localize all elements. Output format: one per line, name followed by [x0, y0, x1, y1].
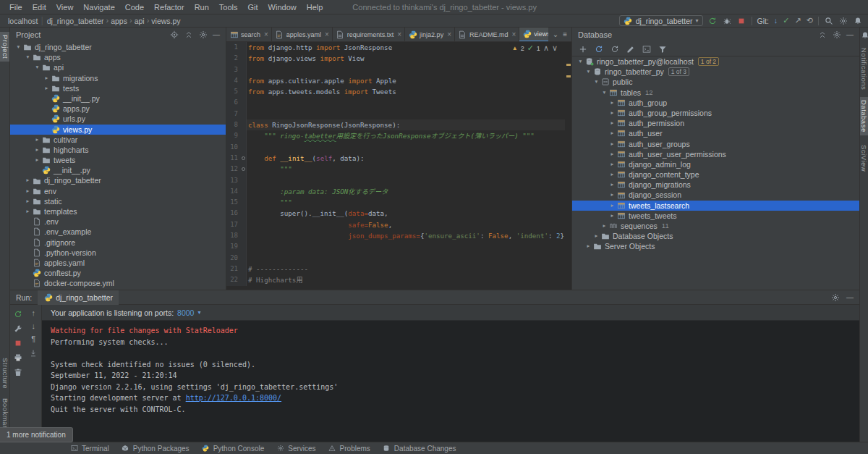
code-line-22[interactable]: 22# Highcharts用: [226, 274, 571, 285]
menu-git[interactable]: Git: [243, 3, 263, 12]
db-item-tweets_lastsearch[interactable]: ▸tweets_lastsearch: [572, 201, 859, 211]
chevron-right-icon[interactable]: ▸: [608, 169, 616, 180]
chevron-down-icon[interactable]: ▾: [592, 77, 600, 87]
statusbar-database-changes[interactable]: Database Changes: [382, 444, 456, 453]
funnel-icon[interactable]: [658, 44, 667, 54]
project-item-.gitignore[interactable]: .gitignore: [10, 237, 226, 248]
bell-icon[interactable]: [860, 30, 868, 40]
project-item-migrations[interactable]: ▸migrations: [10, 73, 226, 83]
port-link[interactable]: 8000: [177, 308, 194, 317]
code-line-13[interactable]: 13: [226, 175, 571, 186]
project-item-dj_ringo_tabetter[interactable]: ▸dj_ringo_tabetter: [10, 175, 226, 185]
code-line-7[interactable]: 7: [226, 109, 571, 119]
run-config-tab[interactable]: dj_ringo_tabetter: [38, 290, 119, 305]
git-push-icon[interactable]: ↗: [795, 17, 801, 25]
stop-icon[interactable]: [13, 338, 22, 348]
search-icon[interactable]: [824, 16, 833, 25]
chevron-down-icon[interactable]: ▾: [24, 52, 32, 62]
code-line-6[interactable]: 6: [226, 97, 571, 108]
git-commit-icon[interactable]: ✓: [783, 17, 789, 25]
chevron-right-icon[interactable]: ▸: [24, 175, 32, 185]
db-item-Database Objects[interactable]: ▸Database Objects: [572, 231, 859, 241]
menu-code[interactable]: Code: [120, 3, 149, 12]
project-item-views.py[interactable]: views.py: [10, 125, 226, 135]
statusbar-python-console[interactable]: Python Console: [201, 444, 265, 453]
menu-edit[interactable]: Edit: [27, 3, 51, 12]
project-item-.env_example[interactable]: .env_example: [10, 227, 226, 237]
db-item-django_admin_log[interactable]: ▸django_admin_log: [572, 159, 859, 169]
db-item-auth_user_user_permissions[interactable]: ▸auth_user_user_permissions: [572, 149, 859, 159]
code-line-10[interactable]: 10: [226, 142, 571, 153]
project-item-env[interactable]: ▸env: [10, 186, 226, 196]
project-item-apps.py[interactable]: apps.py: [10, 104, 226, 114]
scrollend-icon[interactable]: [29, 348, 38, 358]
editor-tab-requirements.txt[interactable]: requirements.txt×: [333, 28, 405, 42]
warning-tick[interactable]: [566, 75, 571, 77]
git-rollback-icon[interactable]: ⟲: [807, 17, 813, 25]
editor-menu-icon[interactable]: ≡: [563, 31, 567, 38]
error-stripe[interactable]: [565, 42, 571, 290]
code-line-9[interactable]: 9 """ ringo-tabetter用設定を行ったJsonResponseオ…: [226, 130, 571, 141]
git-update-icon[interactable]: ↓: [774, 17, 778, 25]
code-line-20[interactable]: 20: [226, 253, 571, 264]
project-item-api[interactable]: ▾api: [10, 62, 226, 72]
chevron-right-icon[interactable]: ▸: [592, 231, 600, 241]
collapse-all-icon[interactable]: [184, 30, 193, 40]
editor-tab-README.md[interactable]: README.md×: [455, 28, 519, 42]
chevron-right-icon[interactable]: ▸: [43, 73, 51, 83]
rerun-icon[interactable]: [708, 16, 718, 25]
chevron-right-icon[interactable]: ▸: [608, 139, 616, 149]
close-tab-icon[interactable]: ×: [325, 30, 329, 38]
run-console[interactable]: Watching for file changes with StatReloa…: [42, 321, 859, 442]
statusbar-python-packages[interactable]: Python Packages: [121, 444, 190, 453]
edit-icon[interactable]: [626, 44, 635, 54]
menu-refactor[interactable]: Refactor: [149, 3, 190, 12]
chevron-down-icon[interactable]: ▾: [197, 310, 200, 316]
chevron-right-icon[interactable]: ▸: [584, 241, 592, 251]
db-item-tables[interactable]: ▾tables12: [572, 88, 859, 98]
chevron-right-icon[interactable]: ▸: [33, 155, 41, 165]
code-line-19[interactable]: 19: [226, 241, 571, 252]
project-item-templates[interactable]: ▸templates: [10, 206, 226, 217]
chevron-right-icon[interactable]: ▸: [608, 180, 616, 190]
project-item-highcharts[interactable]: ▸highcharts: [10, 145, 226, 155]
console-icon[interactable]: [642, 44, 651, 54]
editor-tab-apples.yaml[interactable]: apples.yaml×: [272, 28, 333, 42]
hide-icon[interactable]: —: [846, 294, 854, 301]
run-config-selector[interactable]: dj_ringo_tabetter▾: [619, 15, 703, 26]
hidden-tabs-icon[interactable]: ⌄: [553, 31, 558, 38]
project-item-__init__.py[interactable]: __init__.py: [10, 93, 226, 104]
statusbar-problems[interactable]: Problems: [328, 444, 370, 453]
breadcrumb-views.py[interactable]: views.py: [149, 17, 182, 25]
project-item-tests[interactable]: ▸tests: [10, 83, 226, 93]
chevron-right-icon[interactable]: ▸: [608, 98, 616, 108]
warning-tick[interactable]: [566, 64, 571, 66]
next-problem-icon[interactable]: ∨: [552, 44, 558, 52]
menu-view[interactable]: View: [51, 3, 79, 12]
chevron-down-icon[interactable]: ▾: [584, 67, 592, 77]
db-item-auth_group_permissions[interactable]: ▸auth_group_permissions: [572, 108, 859, 118]
close-tab-icon[interactable]: ×: [512, 30, 516, 38]
menu-tools[interactable]: Tools: [214, 3, 243, 12]
db-item-ringo_tabetter_py[interactable]: ▾ringo_tabetter_py1 of 3: [572, 67, 859, 77]
chevron-right-icon[interactable]: ▸: [608, 149, 616, 159]
chevron-down-icon[interactable]: ▾: [600, 88, 608, 98]
code-line-8[interactable]: 8class RingoJsonResponse(JsonResponse):: [226, 119, 571, 130]
project-item-urls.py[interactable]: urls.py: [10, 114, 226, 124]
settings-icon[interactable]: [830, 293, 840, 302]
chevron-right-icon[interactable]: ▸: [608, 201, 616, 211]
code-line-12[interactable]: 12 """: [226, 164, 571, 175]
chevron-down-icon[interactable]: ▾: [576, 56, 584, 67]
chevron-right-icon[interactable]: ▸: [600, 221, 608, 231]
breadcrumb-api[interactable]: api: [132, 17, 147, 25]
chevron-right-icon[interactable]: ▸: [33, 135, 41, 145]
project-item-tweets[interactable]: ▸tweets: [10, 155, 226, 165]
db-item-Server Objects[interactable]: ▸Server Objects: [572, 241, 859, 251]
db-item-django_content_type[interactable]: ▸django_content_type: [572, 169, 859, 180]
code-line-21[interactable]: 21# -------------: [226, 264, 571, 274]
wrench-icon[interactable]: [13, 324, 22, 333]
chevron-right-icon[interactable]: ▸: [33, 145, 41, 155]
breadcrumb-host[interactable]: localhost: [6, 17, 40, 25]
settings-icon[interactable]: [198, 30, 208, 40]
bug-icon[interactable]: [723, 16, 732, 25]
